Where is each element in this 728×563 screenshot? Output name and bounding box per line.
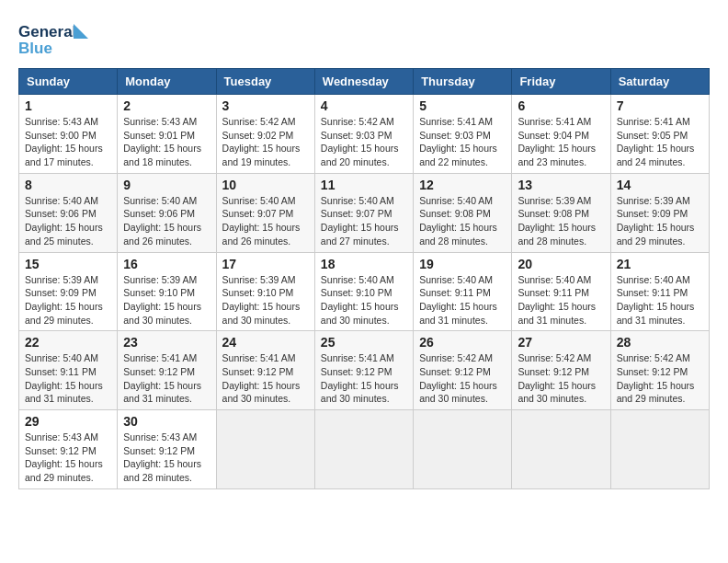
day-number: 19 [419,257,506,271]
day-info: Sunrise: 5:42 AMSunset: 9:12 PMDaylight:… [518,351,604,406]
calendar-week-row: 15Sunrise: 5:39 AMSunset: 9:09 PMDayligh… [19,252,710,331]
day-number: 14 [617,178,703,192]
calendar-cell: 29Sunrise: 5:43 AMSunset: 9:12 PMDayligh… [19,410,118,489]
day-number: 20 [518,257,604,271]
day-info: Sunrise: 5:43 AMSunset: 9:12 PMDaylight:… [25,431,111,485]
day-number: 5 [419,98,506,113]
calendar-cell [414,410,512,489]
day-info: Sunrise: 5:39 AMSunset: 9:08 PMDaylight:… [518,194,604,248]
calendar-cell: 27Sunrise: 5:42 AMSunset: 9:12 PMDayligh… [512,331,610,410]
day-number: 2 [123,98,210,113]
day-number: 26 [419,335,506,350]
calendar-cell: 4Sunrise: 5:42 AMSunset: 9:03 PMDaylight… [314,95,413,174]
calendar-cell [216,410,314,489]
day-info: Sunrise: 5:40 AMSunset: 9:11 PMDaylight:… [25,351,111,406]
calendar-cell: 25Sunrise: 5:41 AMSunset: 9:12 PMDayligh… [314,331,413,410]
calendar-cell: 20Sunrise: 5:40 AMSunset: 9:11 PMDayligh… [512,252,610,331]
day-info: Sunrise: 5:40 AMSunset: 9:07 PMDaylight:… [222,194,309,248]
day-number: 23 [123,335,210,350]
calendar-cell: 3Sunrise: 5:42 AMSunset: 9:02 PMDaylight… [216,95,314,174]
day-info: Sunrise: 5:39 AMSunset: 9:10 PMDaylight:… [123,273,210,327]
calendar-cell [610,410,709,489]
day-number: 4 [321,98,407,113]
calendar-cell: 8Sunrise: 5:40 AMSunset: 9:06 PMDaylight… [19,173,118,252]
calendar-cell: 15Sunrise: 5:39 AMSunset: 9:09 PMDayligh… [19,252,118,331]
day-number: 25 [321,335,407,350]
day-info: Sunrise: 5:39 AMSunset: 9:09 PMDaylight:… [25,273,111,327]
day-info: Sunrise: 5:41 AMSunset: 9:03 PMDaylight:… [419,115,506,169]
day-info: Sunrise: 5:40 AMSunset: 9:08 PMDaylight:… [419,194,506,248]
calendar-cell: 9Sunrise: 5:40 AMSunset: 9:06 PMDaylight… [118,173,216,252]
calendar-week-row: 29Sunrise: 5:43 AMSunset: 9:12 PMDayligh… [19,410,710,489]
day-info: Sunrise: 5:40 AMSunset: 9:06 PMDaylight:… [123,194,210,248]
calendar-cell: 19Sunrise: 5:40 AMSunset: 9:11 PMDayligh… [414,252,512,331]
weekday-header-row: SundayMondayTuesdayWednesdayThursdayFrid… [19,69,710,95]
calendar-table: SundayMondayTuesdayWednesdayThursdayFrid… [18,68,710,489]
day-number: 18 [321,257,407,271]
calendar-cell: 16Sunrise: 5:39 AMSunset: 9:10 PMDayligh… [118,252,216,331]
calendar-cell: 14Sunrise: 5:39 AMSunset: 9:09 PMDayligh… [610,173,709,252]
weekday-header-saturday: Saturday [610,69,709,95]
day-number: 6 [518,98,604,113]
day-info: Sunrise: 5:43 AMSunset: 9:12 PMDaylight:… [123,431,210,485]
day-info: Sunrise: 5:43 AMSunset: 9:00 PMDaylight:… [25,115,111,169]
calendar-cell: 13Sunrise: 5:39 AMSunset: 9:08 PMDayligh… [512,173,610,252]
calendar-cell: 1Sunrise: 5:43 AMSunset: 9:00 PMDaylight… [19,95,118,174]
day-number: 30 [123,414,210,429]
calendar-cell: 30Sunrise: 5:43 AMSunset: 9:12 PMDayligh… [118,410,216,489]
day-number: 10 [222,178,309,192]
calendar-cell: 26Sunrise: 5:42 AMSunset: 9:12 PMDayligh… [414,331,512,410]
day-number: 29 [25,414,111,429]
day-number: 21 [617,257,703,271]
calendar-cell: 11Sunrise: 5:40 AMSunset: 9:07 PMDayligh… [314,173,413,252]
day-number: 1 [25,98,111,113]
day-number: 16 [123,257,210,271]
day-info: Sunrise: 5:40 AMSunset: 9:07 PMDaylight:… [321,194,407,248]
day-info: Sunrise: 5:42 AMSunset: 9:03 PMDaylight:… [321,115,407,169]
page-header: GeneralBlue [18,18,710,59]
calendar-cell: 18Sunrise: 5:40 AMSunset: 9:10 PMDayligh… [314,252,413,331]
day-info: Sunrise: 5:42 AMSunset: 9:02 PMDaylight:… [222,115,309,169]
day-number: 15 [25,257,111,271]
calendar-cell: 22Sunrise: 5:40 AMSunset: 9:11 PMDayligh… [19,331,118,410]
calendar-cell [314,410,413,489]
calendar-week-row: 22Sunrise: 5:40 AMSunset: 9:11 PMDayligh… [19,331,710,410]
day-number: 11 [321,178,407,192]
weekday-header-friday: Friday [512,69,610,95]
calendar-week-row: 8Sunrise: 5:40 AMSunset: 9:06 PMDaylight… [19,173,710,252]
day-number: 7 [617,98,703,113]
day-number: 22 [25,335,111,350]
calendar-cell [512,410,610,489]
day-info: Sunrise: 5:40 AMSunset: 9:06 PMDaylight:… [25,194,111,248]
day-number: 28 [617,335,703,350]
day-info: Sunrise: 5:41 AMSunset: 9:12 PMDaylight:… [123,351,210,406]
day-number: 12 [419,178,506,192]
svg-text:Blue: Blue [18,40,52,57]
day-info: Sunrise: 5:40 AMSunset: 9:10 PMDaylight:… [321,273,407,327]
day-info: Sunrise: 5:40 AMSunset: 9:11 PMDaylight:… [617,273,703,327]
day-info: Sunrise: 5:40 AMSunset: 9:11 PMDaylight:… [518,273,604,327]
day-info: Sunrise: 5:39 AMSunset: 9:09 PMDaylight:… [617,194,703,248]
day-number: 17 [222,257,309,271]
svg-text:General: General [18,23,76,40]
day-info: Sunrise: 5:39 AMSunset: 9:10 PMDaylight:… [222,273,309,327]
day-number: 8 [25,178,111,192]
calendar-cell: 12Sunrise: 5:40 AMSunset: 9:08 PMDayligh… [414,173,512,252]
day-info: Sunrise: 5:42 AMSunset: 9:12 PMDaylight:… [617,351,703,406]
day-info: Sunrise: 5:43 AMSunset: 9:01 PMDaylight:… [123,115,210,169]
calendar-cell: 28Sunrise: 5:42 AMSunset: 9:12 PMDayligh… [610,331,709,410]
calendar-cell: 5Sunrise: 5:41 AMSunset: 9:03 PMDaylight… [414,95,512,174]
day-number: 13 [518,178,604,192]
calendar-week-row: 1Sunrise: 5:43 AMSunset: 9:00 PMDaylight… [19,95,710,174]
calendar-cell: 10Sunrise: 5:40 AMSunset: 9:07 PMDayligh… [216,173,314,252]
weekday-header-wednesday: Wednesday [314,69,413,95]
day-info: Sunrise: 5:41 AMSunset: 9:12 PMDaylight:… [222,351,309,406]
calendar-cell: 24Sunrise: 5:41 AMSunset: 9:12 PMDayligh… [216,331,314,410]
calendar-cell: 6Sunrise: 5:41 AMSunset: 9:04 PMDaylight… [512,95,610,174]
day-number: 24 [222,335,309,350]
logo: GeneralBlue [18,18,92,59]
logo-svg: GeneralBlue [18,18,92,59]
day-info: Sunrise: 5:41 AMSunset: 9:12 PMDaylight:… [321,351,407,406]
day-info: Sunrise: 5:42 AMSunset: 9:12 PMDaylight:… [419,351,506,406]
weekday-header-thursday: Thursday [414,69,512,95]
